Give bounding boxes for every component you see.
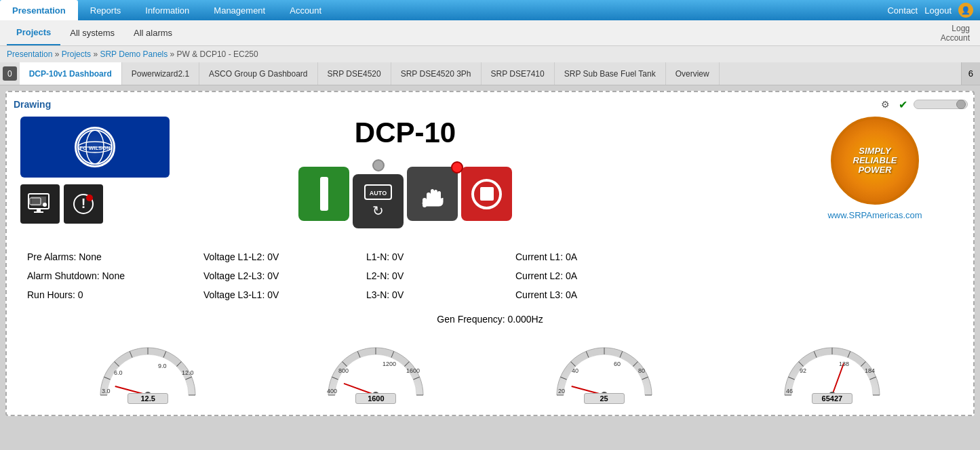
- nav-reports[interactable]: Reports: [78, 0, 134, 20]
- fgwilson-globe: FG WILSON: [75, 127, 115, 167]
- breadcrumb-srp-demo[interactable]: SRP Demo Panels: [100, 49, 168, 59]
- svg-text:FG WILSON: FG WILSON: [79, 145, 111, 151]
- fgwilson-logo: FG WILSON: [20, 117, 170, 178]
- status-pre-alarms: Pre Alarms: None: [27, 249, 203, 265]
- tab-overview[interactable]: Overview: [666, 62, 720, 85]
- drawing-panel: Drawing ⚙ ✔: [5, 91, 975, 416]
- gauge-4: 46 92 138 184 65427: [771, 338, 893, 404]
- col-srp: SIMPLYRELIABLEPOWER www.SRPAmericas.com: [790, 117, 960, 220]
- tab-bar: 0 DCP-10v1 Dashboard Powerwizard2.1 ASCO…: [0, 62, 980, 85]
- gauge-2-svg: 400 800 1200 1600: [321, 338, 430, 398]
- status-voltage-l3l1: Voltage L3-L1: 0V: [203, 287, 366, 303]
- tab-dcp10v1[interactable]: DCP-10v1 Dashboard: [20, 62, 122, 85]
- top-nav-left: Presentation Reports Information Managem…: [0, 0, 334, 20]
- start-button[interactable]: [298, 167, 349, 221]
- auto-label: AUTO: [370, 190, 387, 197]
- subnav-all-alarms[interactable]: All alarms: [124, 20, 182, 45]
- tab-badge: 0: [3, 66, 17, 81]
- breadcrumb-projects[interactable]: Projects: [62, 49, 91, 59]
- col-center: DCP-10 AUTO ↻: [210, 117, 600, 239]
- user-avatar[interactable]: 👤: [958, 3, 973, 18]
- svg-text:12.0: 12.0: [182, 369, 194, 376]
- status-voltage-l2l3: Voltage L2-L3: 0V: [203, 268, 366, 284]
- check-icon[interactable]: ✔: [896, 98, 909, 111]
- globe-svg: FG WILSON: [77, 129, 113, 165]
- zoom-slider[interactable]: [914, 100, 968, 109]
- tab-asco[interactable]: ASCO Group G Dashboard: [199, 62, 317, 85]
- gauge-2: 400 800 1200 1600 1600: [315, 338, 437, 404]
- nav-presentation[interactable]: Presentation: [0, 0, 78, 20]
- svg-text:60: 60: [614, 361, 621, 367]
- svg-text:80: 80: [638, 367, 645, 374]
- tab-srp-dse4520-3ph[interactable]: SRP DSE4520 3Ph: [391, 62, 482, 85]
- settings-icon[interactable]: ⚙: [878, 98, 892, 111]
- gauge-3-value: 25: [584, 393, 625, 404]
- svg-text:9.0: 9.0: [158, 363, 167, 369]
- nav-account[interactable]: Account: [277, 0, 334, 20]
- fgwilson-inner: FG WILSON: [75, 127, 115, 167]
- contact-link[interactable]: Contact: [887, 5, 918, 16]
- svg-text:138: 138: [839, 361, 849, 367]
- svg-text:6.0: 6.0: [114, 369, 123, 376]
- svg-text:1600: 1600: [406, 367, 420, 374]
- auto-arrows: ↻: [372, 203, 384, 219]
- tab-srp-dse4520[interactable]: SRP DSE4520: [318, 62, 391, 85]
- svg-point-0: [78, 130, 112, 164]
- nav-management[interactable]: Management: [201, 0, 277, 20]
- status-l1n: L1-N: 0V: [366, 249, 515, 265]
- account-info: LoggAccount: [941, 24, 973, 43]
- top-nav-right: Contact Logout 👤: [887, 0, 980, 20]
- svg-text:46: 46: [786, 388, 793, 394]
- status-current-l2: Current L2: 0A: [515, 268, 671, 284]
- gen-freq-row: Gen Frequency: 0.000Hz: [14, 311, 966, 327]
- breadcrumb: Presentation » Projects » SRP Demo Panel…: [0, 46, 980, 62]
- col-left: FG WILSON: [20, 117, 210, 232]
- status-run-hours: Run Hours: 0: [27, 287, 203, 303]
- status-current-l3: Current L3: 0A: [515, 287, 671, 303]
- svg-text:400: 400: [327, 388, 337, 394]
- control-buttons: AUTO ↻: [298, 159, 512, 228]
- start-icon: [320, 177, 328, 211]
- gauge-1-svg: 3.0 6.0 9.0 12.0: [94, 338, 202, 398]
- drawing-label: Drawing: [14, 99, 966, 110]
- svg-text:800: 800: [338, 367, 349, 374]
- srp-text: SIMPLYRELIABLEPOWER: [853, 146, 897, 176]
- subnav-projects[interactable]: Projects: [7, 20, 60, 45]
- tab-srp-dse7410[interactable]: SRP DSE7410: [482, 62, 555, 85]
- tab-more[interactable]: 6: [961, 62, 980, 85]
- nav-information[interactable]: Information: [133, 0, 201, 20]
- drawing-row1: FG WILSON: [14, 117, 966, 239]
- warning-icon-box[interactable]: !: [64, 184, 103, 224]
- svg-point-13: [86, 195, 93, 201]
- stop-button[interactable]: [461, 167, 512, 221]
- hand-icon: [417, 179, 448, 209]
- stop-icon: [471, 179, 502, 209]
- auto-button[interactable]: AUTO ↻: [353, 174, 404, 228]
- breadcrumb-presentation[interactable]: Presentation: [7, 49, 52, 59]
- svg-point-10: [43, 203, 47, 207]
- gauge-3-svg: 20 40 60 80: [550, 338, 659, 398]
- status-l3n: L3-N: 0V: [366, 287, 515, 303]
- svg-text:184: 184: [865, 367, 875, 374]
- main-content: Drawing ⚙ ✔: [0, 85, 980, 422]
- gauge-1-value: 12.5: [128, 393, 168, 404]
- svg-text:1200: 1200: [383, 361, 396, 367]
- manual-button[interactable]: [407, 167, 458, 221]
- logout-link[interactable]: Logout: [924, 5, 952, 16]
- gauge-2-value: 1600: [355, 393, 396, 404]
- dcp-title: DCP-10: [355, 117, 456, 149]
- subnav-all-systems[interactable]: All systems: [60, 20, 124, 45]
- gauge-1: 3.0 6.0 9.0 12.0 12.5: [87, 338, 209, 404]
- slider-thumb: [956, 100, 966, 109]
- monitor-icon-box[interactable]: [20, 184, 60, 224]
- tab-powerwizard[interactable]: Powerwizard2.1: [122, 62, 199, 85]
- tab-srp-sub-base[interactable]: SRP Sub Base Fuel Tank: [555, 62, 666, 85]
- small-icons: !: [20, 184, 210, 224]
- indicator-gray: [372, 159, 385, 171]
- srp-link[interactable]: www.SRPAmericas.com: [827, 210, 922, 220]
- svg-text:!: !: [81, 196, 86, 211]
- status-section: Pre Alarms: None Voltage L1-L2: 0V L1-N:…: [14, 242, 966, 310]
- svg-text:92: 92: [800, 367, 806, 374]
- indicator-red: [451, 161, 463, 173]
- svg-text:3.0: 3.0: [102, 388, 111, 394]
